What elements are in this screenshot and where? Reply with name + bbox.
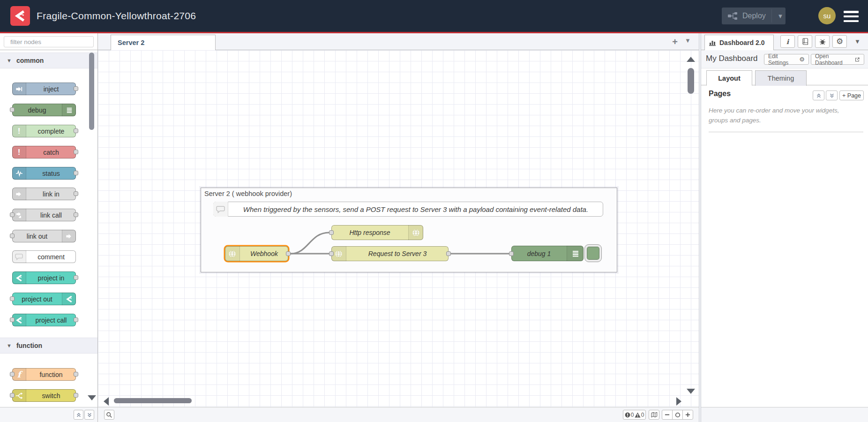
palette-scrollbar[interactable] xyxy=(89,53,94,130)
node-label: debug 1 xyxy=(512,246,566,261)
palette-scroll-down-icon[interactable] xyxy=(88,395,96,400)
debug-toggle-button[interactable] xyxy=(584,244,602,262)
palette-node-project-in[interactable]: project in xyxy=(12,271,76,284)
tab-theming[interactable]: Theming xyxy=(755,70,807,86)
palette-node-complete[interactable]: ! complete xyxy=(12,125,76,137)
output-port[interactable] xyxy=(74,317,78,322)
add-flow-button[interactable]: + xyxy=(669,36,681,47)
tab-dashboard-2[interactable]: Dashboard 2.0 xyxy=(704,35,774,50)
canvas-vertical-scrollbar[interactable] xyxy=(688,68,694,94)
palette-node-status[interactable]: status xyxy=(12,167,76,180)
canvas-scroll-left-icon[interactable] xyxy=(104,397,109,406)
deploy-button[interactable]: Deploy ▼ xyxy=(722,8,786,24)
group-title: Server 2 ( webhook provider) xyxy=(204,190,292,197)
canvas-scroll-right-icon[interactable] xyxy=(676,397,681,406)
palette-node-catch[interactable]: ! catch xyxy=(12,146,76,158)
palette-node-project-out[interactable]: project out xyxy=(12,293,76,305)
palette-expand-categories-button[interactable] xyxy=(84,410,94,420)
help-book-button[interactable] xyxy=(798,35,812,48)
node-label: Webhook xyxy=(240,247,288,261)
input-port[interactable] xyxy=(10,212,15,217)
output-port[interactable] xyxy=(74,372,78,377)
palette-category-function[interactable]: ▼ function xyxy=(0,338,97,354)
tab-layout[interactable]: Layout xyxy=(706,70,752,86)
node-label: link out xyxy=(13,230,61,242)
palette-node-function[interactable]: f function xyxy=(12,368,76,381)
canvas-node-webhook[interactable]: Webhook xyxy=(225,246,288,261)
dashboard-subtabs: Layout Theming xyxy=(701,68,868,85)
palette-node-link-in[interactable]: link in xyxy=(12,188,76,200)
node-label: comment xyxy=(27,251,75,263)
zoom-out-button[interactable] xyxy=(662,410,673,420)
info-tab-button[interactable]: i xyxy=(780,35,795,48)
debug-list-icon xyxy=(567,246,584,261)
page-move-down-button[interactable] xyxy=(826,90,838,100)
palette-node-comment[interactable]: comment xyxy=(12,250,76,263)
palette-node-switch[interactable]: switch xyxy=(12,389,76,402)
canvas-node-debug-1[interactable]: debug 1 xyxy=(511,246,584,261)
output-port[interactable] xyxy=(74,191,78,196)
flow-canvas[interactable]: Server 2 ( webhook provider) When trigge… xyxy=(98,50,699,407)
input-port[interactable] xyxy=(10,317,15,322)
output-port[interactable] xyxy=(74,150,78,154)
filter-nodes-input[interactable] xyxy=(9,38,94,46)
minimap-toggle-button[interactable] xyxy=(649,410,659,420)
search-flows-button[interactable] xyxy=(104,410,114,420)
tab-server-2[interactable]: Server 2 xyxy=(111,35,216,50)
exclamation-icon: ! xyxy=(12,146,26,158)
input-port[interactable] xyxy=(10,234,15,238)
canvas-node-request-to-server-3[interactable]: Request to Server 3 xyxy=(331,246,449,261)
zoom-in-button[interactable] xyxy=(682,410,693,420)
output-port[interactable] xyxy=(446,251,451,256)
link-arrow-icon xyxy=(12,188,26,200)
palette-category-common[interactable]: ▼ common xyxy=(0,53,97,68)
output-port[interactable] xyxy=(74,128,78,133)
open-dashboard-button[interactable]: Open Dashboard xyxy=(811,54,864,65)
canvas-scroll-down-icon[interactable] xyxy=(687,389,695,394)
canvas-footer: 0 0 xyxy=(98,407,699,422)
input-port[interactable] xyxy=(329,230,334,235)
input-port[interactable] xyxy=(10,296,15,301)
open-dashboard-label: Open Dashboard xyxy=(815,53,853,66)
input-port[interactable] xyxy=(10,107,15,112)
palette-collapse-categories-button[interactable] xyxy=(74,410,83,420)
flow-list-caret-icon[interactable]: ▼ xyxy=(685,37,691,44)
output-port[interactable] xyxy=(286,251,291,256)
output-port[interactable] xyxy=(74,171,78,175)
output-port[interactable] xyxy=(74,393,78,398)
pages-divider xyxy=(709,132,863,132)
edit-settings-button[interactable]: Edit Settings ⚙ xyxy=(764,54,809,65)
palette-node-debug[interactable]: debug xyxy=(12,104,76,116)
bar-chart-icon xyxy=(709,39,717,46)
input-port[interactable] xyxy=(10,393,15,398)
input-port[interactable] xyxy=(509,251,514,256)
palette-filter[interactable] xyxy=(4,36,94,47)
output-port[interactable] xyxy=(74,86,78,91)
canvas-node-http-response[interactable]: Http response xyxy=(331,225,423,240)
output-port[interactable] xyxy=(74,212,78,217)
pulse-icon xyxy=(12,167,26,180)
page-move-up-button[interactable] xyxy=(813,90,824,100)
user-avatar[interactable]: su xyxy=(818,7,836,24)
zoom-reset-button[interactable] xyxy=(672,410,683,420)
palette-node-link-call[interactable]: link call xyxy=(12,209,76,221)
output-port[interactable] xyxy=(74,275,78,280)
canvas-node-comment[interactable]: When triggered by the sensors, send a PO… xyxy=(213,202,603,217)
notification-badges[interactable]: 0 0 xyxy=(623,410,646,420)
add-page-button[interactable]: + Page xyxy=(839,90,864,100)
sidebar-menu-caret-icon[interactable]: ▼ xyxy=(854,38,861,45)
input-port[interactable] xyxy=(10,372,15,377)
deploy-caret-icon[interactable]: ▼ xyxy=(775,8,786,24)
settings-gear-button[interactable]: ⚙ xyxy=(832,35,847,48)
canvas-horizontal-scrollbar[interactable] xyxy=(114,398,192,403)
palette-node-link-out[interactable]: link out xyxy=(12,230,76,242)
main-menu-icon[interactable] xyxy=(844,11,859,22)
canvas-scroll-up-icon[interactable] xyxy=(687,57,695,62)
debug-bug-button[interactable] xyxy=(815,35,830,48)
chevron-down-icon: ▼ xyxy=(7,58,12,63)
palette-node-project-call[interactable]: project call xyxy=(12,314,76,326)
debug-list-icon xyxy=(62,104,76,116)
input-port[interactable] xyxy=(329,251,334,256)
palette-node-inject[interactable]: inject xyxy=(12,83,76,95)
globe-icon xyxy=(225,246,240,261)
